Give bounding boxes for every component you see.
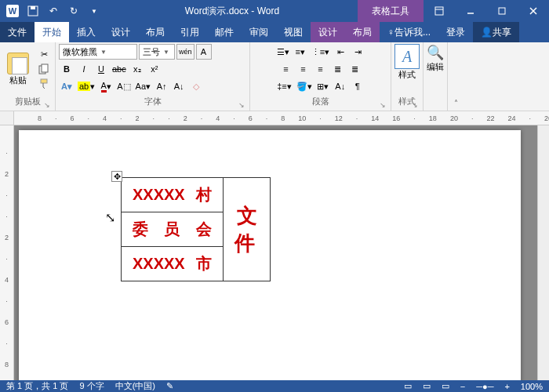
edit-group-label <box>427 96 444 109</box>
show-marks-button[interactable]: ¶ <box>350 78 365 94</box>
page[interactable]: ✥ ⤡ XXXXX 村 文件 委 员 会 XXXXX 市 <box>19 130 521 380</box>
font-color-button[interactable]: A▾ <box>98 78 114 94</box>
paste-icon <box>7 53 29 74</box>
ruler-corner <box>0 111 14 125</box>
clear-format-button[interactable]: ◇ <box>188 78 204 94</box>
styles-launcher-icon[interactable]: ↘ <box>412 101 418 109</box>
table-move-handle-icon[interactable]: ✥ <box>111 171 122 182</box>
svg-rect-7 <box>42 64 48 72</box>
italic-button[interactable]: I <box>76 61 92 77</box>
shrink-font-button[interactable]: A↓ <box>171 78 187 94</box>
ribbon-options-icon[interactable] <box>424 0 455 22</box>
bullets-button[interactable]: ☰▾ <box>275 44 291 60</box>
zoom-slider[interactable]: ─●─ <box>476 382 493 391</box>
highlight-button[interactable]: ab▾ <box>76 78 96 94</box>
table-cell-merged[interactable]: 文件 <box>224 178 271 281</box>
align-left-button[interactable]: ≡ <box>278 61 294 77</box>
align-center-button[interactable]: ≡ <box>296 61 311 77</box>
maximize-icon[interactable] <box>486 0 518 22</box>
justify-button[interactable]: ≣ <box>330 61 346 77</box>
paste-label: 粘贴 <box>9 74 27 86</box>
status-words[interactable]: 9 个字 <box>79 380 104 392</box>
tab-mailings[interactable]: 邮件 <box>207 22 242 42</box>
tell-me[interactable]: ♀ 告诉我... <box>380 22 438 42</box>
tab-references[interactable]: 引用 <box>173 22 207 42</box>
zoom-in-icon[interactable]: + <box>504 382 509 391</box>
strikethrough-button[interactable]: abc <box>111 61 128 77</box>
share-button[interactable]: 👤共享 <box>473 22 519 42</box>
close-icon[interactable] <box>518 0 549 22</box>
copy-icon[interactable] <box>36 63 52 75</box>
document-scroll[interactable]: ✥ ⤡ XXXXX 村 文件 委 员 会 XXXXX 市 <box>14 125 537 380</box>
status-language[interactable]: 中文(中国) <box>115 380 155 392</box>
minimize-icon[interactable] <box>455 0 486 22</box>
tab-home[interactable]: 开始 <box>35 22 69 42</box>
status-page[interactable]: 第 1 页，共 1 页 <box>6 380 68 392</box>
view-web-icon[interactable]: ▭ <box>442 381 449 391</box>
styles-group-label: 样式↘ <box>394 94 420 109</box>
horizontal-ruler[interactable]: 8·6·4·2··2·4·6·810·12·1416·1820·2224·262… <box>14 111 549 125</box>
zoom-out-icon[interactable]: − <box>460 382 465 391</box>
table-row[interactable]: XXXXX 村 文件 <box>122 178 271 212</box>
signin[interactable]: 登录 <box>438 22 473 42</box>
clipboard-launcher-icon[interactable]: ↘ <box>44 101 50 109</box>
line-spacing-button[interactable]: ‡≡▾ <box>275 78 293 94</box>
cut-icon[interactable]: ✂ <box>36 48 52 60</box>
tab-view[interactable]: 视图 <box>276 22 311 42</box>
paste-button[interactable]: 粘贴 <box>3 53 33 86</box>
table-cell[interactable]: XXXXX 村 <box>122 178 224 212</box>
char-border-button[interactable]: A <box>196 44 212 60</box>
underline-button[interactable]: U <box>93 61 109 77</box>
tab-layout[interactable]: 布局 <box>138 22 173 42</box>
distribute-button[interactable]: ≣ <box>347 61 363 77</box>
tab-insert[interactable]: 插入 <box>69 22 104 42</box>
pinyin-guide-button[interactable]: wén <box>176 44 195 60</box>
tab-table-design[interactable]: 设计 <box>311 22 345 42</box>
format-painter-icon[interactable] <box>36 78 52 90</box>
tab-file[interactable]: 文件 <box>0 22 35 42</box>
view-read-icon[interactable]: ▭ <box>404 381 412 391</box>
sort-button[interactable]: A↓ <box>333 78 348 94</box>
char-shading-button[interactable]: A⬚ <box>115 78 132 94</box>
tab-design[interactable]: 设计 <box>104 22 138 42</box>
tab-table-layout[interactable]: 布局 <box>345 22 380 42</box>
enclose-char-button[interactable]: Aa▾ <box>134 78 152 94</box>
align-right-button[interactable]: ≡ <box>313 61 329 77</box>
find-icon[interactable]: 🔍 <box>427 44 444 61</box>
numbering-button[interactable]: ≡▾ <box>293 44 308 60</box>
borders-button[interactable]: ⊞▾ <box>315 78 331 94</box>
font-name-combo[interactable]: 微软雅黑▼ <box>59 44 137 60</box>
indent-right-button[interactable]: ⇥ <box>350 44 365 60</box>
vertical-scrollbar[interactable] <box>537 125 549 380</box>
grow-font-button[interactable]: A↑ <box>154 78 169 94</box>
vertical-ruler[interactable]: ·2··2·4·6·8·10 <box>0 125 14 380</box>
document-table[interactable]: XXXXX 村 文件 委 员 会 XXXXX 市 <box>121 177 271 281</box>
font-size-combo[interactable]: 三号▼ <box>139 44 175 60</box>
paragraph-group-label: 段落↘ <box>253 94 387 109</box>
bold-button[interactable]: B <box>59 61 75 77</box>
redo-icon[interactable]: ↻ <box>64 2 83 20</box>
text-effects-button[interactable]: A▾ <box>59 78 75 94</box>
ribbon-collapse-icon[interactable]: ˄ <box>448 95 464 111</box>
subscript-button[interactable]: x₂ <box>129 61 145 77</box>
svg-rect-3 <box>31 6 35 9</box>
multilevel-button[interactable]: ⋮≡▾ <box>310 44 331 60</box>
view-print-icon[interactable]: ▭ <box>423 381 431 391</box>
font-launcher-icon[interactable]: ↘ <box>238 101 245 109</box>
clipboard-group-label: 剪贴板↘ <box>3 94 52 109</box>
indent-left-button[interactable]: ⇤ <box>333 44 348 60</box>
styles-icon[interactable]: A <box>394 44 420 69</box>
qat-dropdown-icon[interactable]: ▼ <box>85 2 104 20</box>
context-tab-label: 表格工具 <box>358 0 424 22</box>
superscript-button[interactable]: x² <box>147 61 162 77</box>
table-cell[interactable]: 委 员 会 <box>122 212 224 247</box>
undo-icon[interactable]: ↶ <box>44 2 63 20</box>
status-track-icon[interactable]: ✎ <box>166 381 173 391</box>
svg-rect-4 <box>435 7 443 15</box>
paragraph-launcher-icon[interactable]: ↘ <box>380 101 386 109</box>
shading-button[interactable]: 🪣▾ <box>295 78 314 94</box>
table-cell[interactable]: XXXXX 市 <box>122 247 224 281</box>
zoom-level[interactable]: 100% <box>521 382 543 391</box>
tab-review[interactable]: 审阅 <box>242 22 276 42</box>
save-icon[interactable] <box>24 2 42 20</box>
